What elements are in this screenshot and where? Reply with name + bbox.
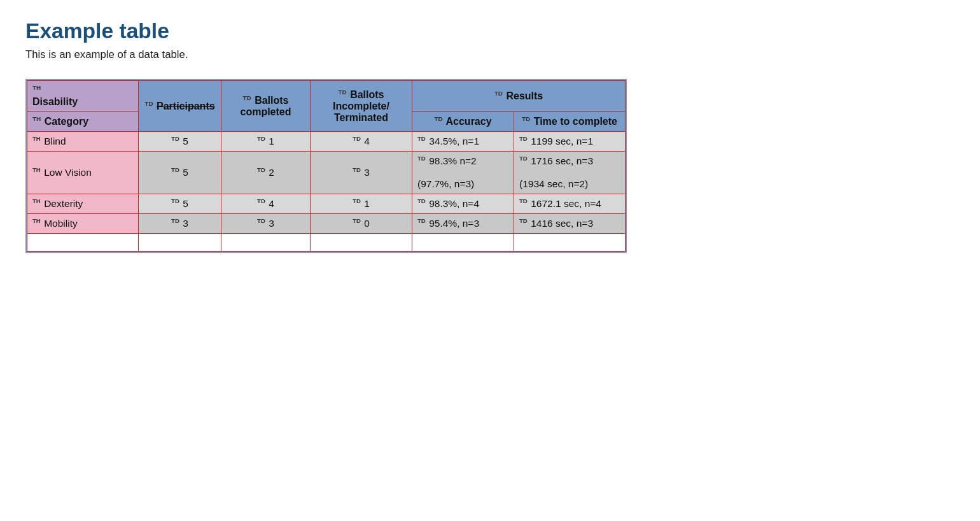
td-lv-participants: TD 5 [139,152,221,194]
table-wrapper: TH Disability TD Participants TD Ballots… [25,79,627,253]
data-table: TH Disability TD Participants TD Ballots… [27,80,626,252]
dex-ballots-incomplete-value: 1 [364,198,370,209]
td-lv-accuracy: TD 98.3% n=2(97.7%, n=3) [412,152,514,194]
tag-td-blind-bi: TD [353,136,361,142]
tag-td-blind-bc: TD [257,136,265,142]
lv-participants-value: 5 [183,167,188,178]
participants-header-text: Participants [157,101,215,111]
tag-td-mob-t: TD [519,218,528,224]
td-dex-participants: TD 5 [139,194,221,214]
empty-cell-4 [311,234,412,252]
tag-td-blind-acc: TD [417,136,426,142]
td-accuracy-header: TD Accuracy [412,112,514,132]
tag-td-participants: TD [144,101,153,107]
tag-td-dex-bc: TD [257,198,265,204]
th-category: TH Category [27,112,139,132]
dex-time-value: 1672.1 sec, n=4 [531,198,601,209]
blind-accuracy-value: 34.5%, n=1 [429,136,479,146]
th-blind: TH Blind [27,132,139,152]
td-lv-time: TD 1716 sec, n=3(1934 sec, n=2) [514,152,626,194]
td-participants: TD Participants [139,81,221,132]
tag-td-lv-bi: TD [353,167,361,173]
empty-cell-2 [139,234,221,252]
blind-label: Blind [44,136,66,146]
td-lv-ballots-incomplete: TD 3 [311,152,412,194]
tag-th-mob: TH [32,218,41,224]
table-row-low-vision: TH Low Vision TD 5 TD 2 TD 3 TD 98.3% n=… [27,152,626,194]
td-mob-ballots-incomplete: TD 0 [311,214,412,234]
dex-ballots-completed-value: 4 [269,198,274,209]
td-dex-ballots-incomplete: TD 1 [311,194,412,214]
tag-td-accuracy: TD [434,116,442,122]
blind-ballots-completed-value: 1 [269,136,274,146]
tag-td-dex-bi: TD [353,198,361,204]
lv-time-value: 1716 sec, n=3(1934 sec, n=2) [519,155,593,189]
dex-participants-value: 5 [183,198,188,209]
page-title: Example table [25,19,955,43]
blind-ballots-incomplete-value: 4 [364,136,370,146]
tag-td-ballots-incomplete: TD [338,89,346,96]
tag-td-lv-acc: TD [417,155,426,162]
tag-td-ballots-completed: TD [242,95,251,101]
td-blind-accuracy: TD 34.5%, n=1 [412,132,514,152]
td-blind-participants: TD 5 [139,132,221,152]
tag-td-results: TD [494,90,503,97]
tag-th-category: TH [32,116,41,122]
category-header-text: Category [45,116,88,127]
th-low-vision: TH Low Vision [27,152,139,194]
mob-ballots-completed-value: 3 [269,218,274,229]
tag-td-dex-acc: TD [417,198,426,204]
tag-td-lv-p: TD [171,167,179,173]
lv-ballots-incomplete-value: 3 [364,167,370,178]
dexterity-label: Dexterity [44,198,83,209]
td-blind-ballots-completed: TD 1 [221,132,311,152]
td-mob-accuracy: TD 95.4%, n=3 [412,214,514,234]
th-dexterity: TH Dexterity [27,194,139,214]
tag-td-mob-acc: TD [417,218,426,224]
tag-td-blind-p: TD [171,136,179,142]
tag-td-lv-t: TD [519,155,528,162]
mob-accuracy-value: 95.4%, n=3 [429,218,479,229]
tag-td-time: TD [522,116,530,122]
header-row-1: TH Disability TD Participants TD Ballots… [27,81,626,112]
th-mobility: TH Mobility [27,214,139,234]
td-blind-time: TD 1199 sec, n=1 [514,132,626,152]
accuracy-header-text: Accuracy [446,116,492,127]
table-row-dexterity: TH Dexterity TD 5 TD 4 TD 1 TD 98.3%, n=… [27,194,626,214]
tag-td-mob-bi: TD [353,218,361,224]
lv-ballots-completed-value: 2 [269,167,274,178]
results-header-text: Results [506,90,543,101]
tag-th-disability: TH [32,85,41,91]
table-row-mobility: TH Mobility TD 3 TD 3 TD 0 TD 95.4%, n=3… [27,214,626,234]
empty-cell-3 [221,234,311,252]
td-blind-ballots-incomplete: TD 4 [311,132,412,152]
td-results: TD Results [412,81,626,112]
table-row-empty [27,234,626,252]
td-lv-ballots-completed: TD 2 [221,152,311,194]
empty-cell-6 [514,234,626,252]
mobility-label: Mobility [44,218,78,229]
empty-cell-1 [27,234,139,252]
table-row-blind: TH Blind TD 5 TD 1 TD 4 TD 34.5%, n=1 TD… [27,132,626,152]
blind-time-value: 1199 sec, n=1 [531,136,593,146]
td-time-header: TD Time to complete [514,112,626,132]
tag-td-mob-bc: TD [257,218,265,224]
td-ballots-incomplete: TD Ballots Incomplete/ Terminated [311,81,412,132]
dex-accuracy-value: 98.3%, n=4 [429,198,479,209]
blind-participants-value: 5 [183,136,188,146]
td-mob-ballots-completed: TD 3 [221,214,311,234]
tag-td-mob-p: TD [171,218,179,224]
td-mob-time: TD 1416 sec, n=3 [514,214,626,234]
td-dex-time: TD 1672.1 sec, n=4 [514,194,626,214]
tag-th-blind: TH [32,136,41,142]
disability-header-text: Disability [32,96,78,107]
lv-accuracy-value: 98.3% n=2(97.7%, n=3) [417,155,477,189]
td-mob-participants: TD 3 [139,214,221,234]
mob-time-value: 1416 sec, n=3 [531,218,593,229]
page-subtitle: This is an example of a data table. [25,48,955,61]
tag-th-lv: TH [32,167,41,173]
mob-ballots-incomplete-value: 0 [364,218,370,229]
tag-td-lv-bc: TD [257,167,265,173]
tag-th-dex: TH [32,198,41,204]
mob-participants-value: 3 [183,218,188,229]
